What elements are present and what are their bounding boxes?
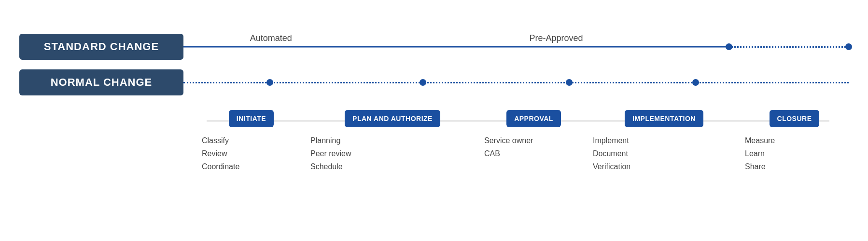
- normal-dot-3: [566, 79, 573, 86]
- impl-detail-3: Verification: [593, 160, 740, 173]
- implementation-details: Implement Document Verification: [588, 134, 740, 174]
- normal-dotted-line: [183, 82, 849, 83]
- impl-detail-1: Implement: [593, 134, 740, 147]
- phase-approval: APPROVAL Service owner CAB: [479, 110, 588, 160]
- standard-change-label: STANDARD CHANGE: [19, 34, 183, 60]
- approval-badge: APPROVAL: [506, 110, 561, 127]
- initiate-detail-2: Review: [202, 147, 306, 160]
- closure-details: Measure Learn Share: [740, 134, 849, 174]
- standard-dot-marker: [726, 43, 732, 50]
- approval-details: Service owner CAB: [479, 134, 588, 160]
- approval-detail-2: CAB: [484, 147, 588, 160]
- normal-dot-2: [420, 79, 426, 86]
- normal-change-line-area: [183, 70, 849, 94]
- plan-detail-2: Peer review: [310, 147, 479, 160]
- initiate-detail-3: Coordinate: [202, 160, 306, 173]
- standard-solid-line: [183, 46, 729, 48]
- phase-initiate: INITIATE Classify Review Coordinate: [197, 110, 306, 174]
- normal-dot-4: [692, 79, 699, 86]
- initiate-detail-1: Classify: [202, 134, 306, 147]
- closure-detail-2: Learn: [745, 147, 849, 160]
- approval-detail-1: Service owner: [484, 134, 588, 147]
- phase-plan-authorize: PLAN AND AUTHORIZE Planning Peer review …: [306, 110, 479, 174]
- standard-dotted-line: [729, 46, 849, 48]
- diagram-container: STANDARD CHANGE Automated Pre-Approved N…: [0, 0, 868, 241]
- implementation-badge: IMPLEMENTATION: [625, 110, 703, 127]
- normal-dot-1: [266, 79, 273, 86]
- preapproved-label: Pre-Approved: [530, 33, 583, 43]
- impl-detail-2: Document: [593, 147, 740, 160]
- standard-change-line-area: Automated Pre-Approved: [183, 35, 849, 59]
- closure-badge: CLOSURE: [770, 110, 820, 127]
- automated-label: Automated: [250, 33, 292, 43]
- plan-detail-1: Planning: [310, 134, 479, 147]
- plan-detail-3: Schedule: [310, 160, 479, 173]
- initiate-details: Classify Review Coordinate: [197, 134, 306, 174]
- phases-section: INITIATE Classify Review Coordinate PLAN…: [19, 110, 849, 174]
- closure-detail-3: Share: [745, 160, 849, 173]
- standard-change-row: STANDARD CHANGE Automated Pre-Approved: [19, 14, 849, 60]
- phase-closure: CLOSURE Measure Learn Share: [740, 110, 849, 174]
- initiate-badge: INITIATE: [229, 110, 274, 127]
- plan-authorize-badge: PLAN AND AUTHORIZE: [345, 110, 440, 127]
- closure-detail-1: Measure: [745, 134, 849, 147]
- normal-change-label: NORMAL CHANGE: [19, 69, 183, 95]
- standard-end-dot: [845, 43, 852, 50]
- phase-implementation: IMPLEMENTATION Implement Document Verifi…: [588, 110, 740, 174]
- phases-row: INITIATE Classify Review Coordinate PLAN…: [197, 110, 849, 174]
- plan-authorize-details: Planning Peer review Schedule: [306, 134, 479, 174]
- normal-change-row: NORMAL CHANGE: [19, 69, 849, 95]
